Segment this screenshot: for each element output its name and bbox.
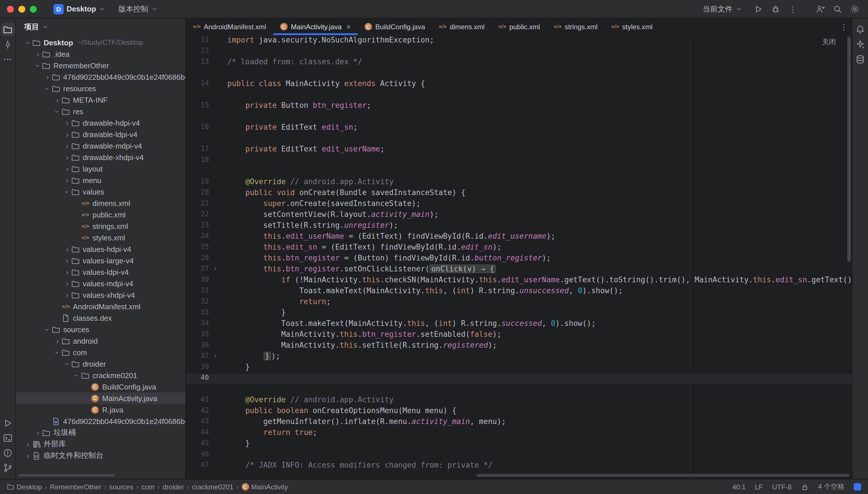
caret-position-widget[interactable]: 40:1 (732, 483, 746, 491)
chevron-collapsed-icon[interactable]: › (63, 268, 71, 276)
code-line[interactable] (186, 384, 852, 395)
code-line[interactable]: 19 @Override // android.app.Activity (186, 177, 852, 188)
vcs-widget[interactable]: 版本控制 (114, 2, 162, 16)
code-line[interactable]: 36 MainActivity.this.setTitle(R.string.r… (186, 341, 852, 352)
chevron-collapsed-icon[interactable]: › (63, 245, 71, 253)
chevron-collapsed-icon[interactable]: › (53, 337, 61, 344)
fold-marker-icon[interactable]: › (209, 352, 222, 363)
chevron-collapsed-icon[interactable]: › (63, 291, 71, 299)
code-line[interactable]: 12 (186, 46, 852, 57)
close-window-button[interactable] (7, 5, 14, 12)
breadcrumb-item[interactable]: crackme0201 (192, 483, 233, 491)
editor-tab[interactable]: </>dimens.xml (432, 18, 492, 35)
tree-item[interactable]: ›sources (16, 324, 185, 335)
code-line[interactable]: 21 super.onCreate(savedInstanceState); (186, 199, 852, 210)
code-line[interactable]: 32 return; (186, 297, 852, 308)
tree-item[interactable]: ›drawable-xhdpi-v4 (16, 151, 185, 163)
tree-item[interactable]: ›drawable-ldpi-v4 (16, 129, 185, 140)
project-widget[interactable]: D Desktop (49, 2, 110, 16)
notifications-button[interactable] (853, 22, 867, 36)
chevron-expanded-icon[interactable]: › (63, 188, 71, 196)
tree-item[interactable]: ›com (16, 346, 185, 358)
tree-item[interactable]: </>public.xml (16, 209, 185, 220)
code-line[interactable]: 26 this.btn_register = (Button) findView… (186, 253, 852, 265)
code-line[interactable]: 43 getMenuInflater().inflate(R.menu.acti… (186, 417, 852, 428)
tree-item[interactable]: </>strings.xml (16, 220, 185, 232)
chevron-collapsed-icon[interactable]: › (53, 96, 61, 103)
chevron-collapsed-icon[interactable]: › (63, 257, 71, 264)
minimize-window-button[interactable] (18, 5, 25, 12)
code-line[interactable]: 13/* loaded from: classes.dex */ (186, 57, 852, 68)
tree-item[interactable]: ›476d9022bb0449c09c0b1e24f0686b66 (16, 71, 185, 83)
code-editor[interactable]: 11import java.security.NoSuchAlgorithmEx… (186, 36, 852, 479)
tree-item[interactable]: CMainActivity.java (16, 393, 185, 404)
code-line[interactable]: 44 return true; (186, 428, 852, 439)
code-line[interactable]: 37› }); (186, 352, 852, 363)
chevron-collapsed-icon[interactable]: › (34, 50, 42, 58)
chevron-collapsed-icon[interactable]: › (63, 176, 71, 184)
code-line[interactable]: 18 (186, 155, 852, 166)
tree-item[interactable]: ›values (16, 186, 185, 197)
code-line[interactable]: 11import java.security.NoSuchAlgorithmEx… (186, 36, 852, 46)
tree-item[interactable]: ›values-hdpi-v4 (16, 243, 185, 255)
tree-item[interactable]: CBuildConfig.java (16, 381, 185, 393)
run-button[interactable] (1, 416, 15, 430)
readonly-lock-icon[interactable] (801, 483, 809, 491)
line-separator-widget[interactable]: LF (755, 483, 763, 491)
chevron-collapsed-icon[interactable]: › (24, 452, 32, 459)
editor-tab[interactable]: CMainActivity.java× (273, 18, 357, 35)
code-line[interactable]: 39 } (186, 363, 852, 374)
code-line[interactable]: 23 setTitle(R.string.unregister); (186, 221, 852, 232)
tree-item[interactable]: ›layout (16, 163, 185, 174)
code-line[interactable] (186, 90, 852, 101)
tree-item[interactable]: ›drawable-mdpi-v4 (16, 140, 185, 151)
chevron-expanded-icon[interactable]: › (44, 325, 51, 334)
code-line[interactable]: 24 this.edit_userName = (EditText) findV… (186, 232, 852, 243)
breadcrumb-item[interactable]: com (142, 483, 154, 491)
tree-item[interactable]: </>dimens.xml (16, 197, 185, 209)
tree-item[interactable]: ›android (16, 335, 185, 346)
chevron-expanded-icon[interactable]: › (54, 107, 61, 115)
tab-options-button[interactable]: ⋮ (836, 18, 852, 35)
code-line[interactable]: 45 } (186, 439, 852, 450)
code-line[interactable]: 42 public boolean onCreateOptionsMenu(Me… (186, 406, 852, 417)
tree-item[interactable]: 476d9022bb0449c09c0b1e24f0686b66 (16, 415, 185, 427)
version-control-button[interactable] (1, 461, 15, 475)
tree-item[interactable]: ›.idea (16, 48, 185, 60)
tree-item[interactable]: ›resources (16, 83, 185, 94)
code-line[interactable]: 40 (186, 374, 852, 384)
editor-horizontal-scrollbar[interactable] (477, 474, 850, 477)
chevron-collapsed-icon[interactable]: › (63, 142, 71, 150)
code-line[interactable]: 41 @Override // android.app.Activity (186, 395, 852, 406)
tree-item[interactable]: ›values-ldpi-v4 (16, 266, 185, 278)
code-line[interactable]: 31 Toast.makeText(MainActivity.this, (in… (186, 286, 852, 297)
status-indicator-icon[interactable] (854, 483, 861, 491)
tree-item[interactable]: </>styles.xml (16, 232, 185, 243)
breadcrumb-item[interactable]: CMainActivity (241, 483, 288, 491)
chevron-down-icon[interactable] (42, 23, 49, 31)
breadcrumb-item[interactable]: sources (109, 483, 133, 491)
chevron-collapsed-icon[interactable]: › (24, 440, 32, 448)
chevron-expanded-icon[interactable]: › (73, 371, 81, 379)
code-line[interactable]: 33 } (186, 308, 852, 319)
breadcrumb-item[interactable]: droider (163, 483, 184, 491)
problems-button[interactable] (1, 446, 15, 460)
tree-item[interactable]: ›垃圾桶 (16, 427, 185, 438)
run-button[interactable] (751, 1, 766, 16)
chevron-expanded-icon[interactable]: › (24, 38, 32, 46)
tree-item[interactable]: ›drawable-hdpi-v4 (16, 117, 185, 129)
terminal-button[interactable] (1, 431, 15, 445)
tree-item[interactable]: ›META-INF (16, 94, 185, 106)
search-everywhere-button[interactable] (830, 1, 845, 16)
editor-tab[interactable]: </>public.xml (492, 18, 547, 35)
chevron-collapsed-icon[interactable]: › (34, 429, 42, 436)
code-line[interactable] (186, 112, 852, 123)
database-button[interactable] (853, 52, 867, 66)
tree-item[interactable]: CR.java (16, 404, 185, 415)
zoom-window-button[interactable] (30, 5, 37, 12)
commit-button[interactable] (1, 37, 15, 51)
encoding-widget[interactable]: UTF-8 (772, 483, 792, 491)
project-button[interactable] (1, 22, 15, 36)
tree-item[interactable]: ›crackme0201 (16, 369, 185, 381)
tree-item[interactable]: ›values-large-v4 (16, 255, 185, 266)
